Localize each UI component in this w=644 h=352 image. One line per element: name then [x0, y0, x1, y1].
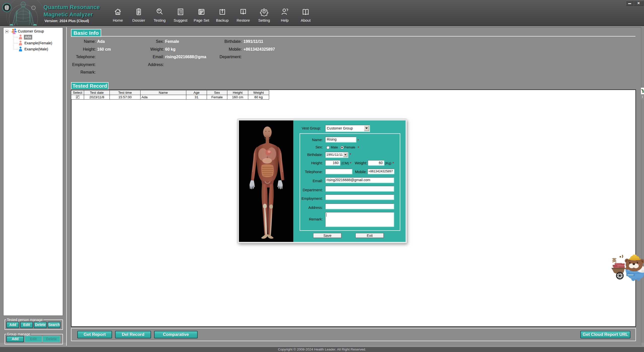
svg-text:英: 英	[612, 258, 617, 263]
